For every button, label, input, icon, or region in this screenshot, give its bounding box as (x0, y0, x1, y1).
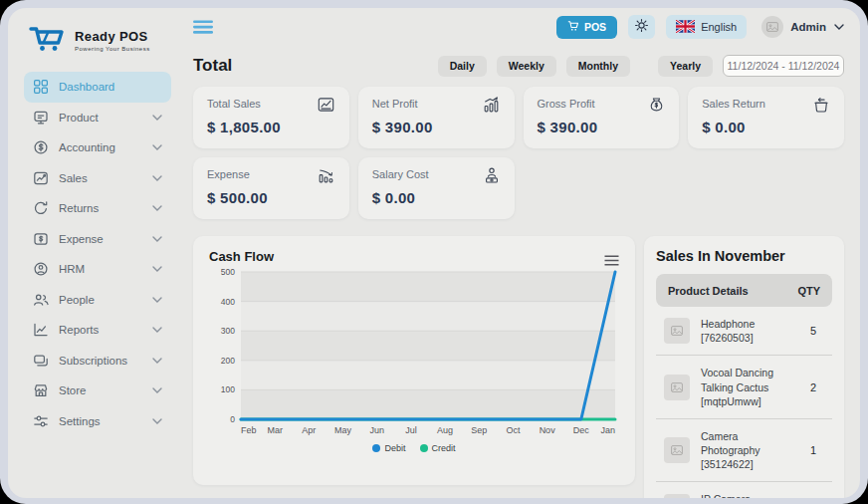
stat-value: $ 390.00 (372, 119, 501, 135)
sidebar-item-reports[interactable]: Reports (24, 315, 171, 346)
filter-yearly-button[interactable]: Yearly (658, 56, 713, 77)
sidebar-item-label: Accounting (59, 141, 115, 153)
svg-text:May: May (334, 425, 352, 435)
theme-toggle-button[interactable] (628, 15, 655, 39)
svg-text:Jul: Jul (405, 425, 417, 435)
sales-chart-icon (33, 170, 49, 186)
stat-value: $ 390.00 (538, 119, 666, 135)
product-name: Camera Photography [35124622] (701, 429, 799, 472)
sidebar-item-subscriptions[interactable]: Subscriptions (24, 346, 171, 377)
product-qty: 5 (810, 325, 826, 337)
sidebar-item-hrm[interactable]: HRM (24, 254, 171, 285)
stat-card-net-profit: Net Profit $ 390.00 (358, 87, 515, 148)
return-box-icon (812, 96, 830, 114)
bars-up-icon (482, 96, 501, 114)
stat-card-expense: Expense $ 500.00 (193, 157, 349, 219)
table-row[interactable]: Camera Photography [35124622] 1 (656, 419, 832, 483)
svg-text:0: 0 (230, 414, 235, 424)
period-filters: Daily Weekly Monthly Yearly (438, 55, 844, 77)
menu-toggle-icon[interactable] (193, 20, 213, 34)
sidebar-item-expense[interactable]: Expense (24, 224, 171, 255)
sidebar-item-people[interactable]: People (24, 285, 171, 316)
image-placeholder-icon (671, 441, 683, 459)
bars-down-icon (317, 166, 335, 184)
svg-text:Feb: Feb (241, 425, 257, 435)
stat-label: Net Profit (372, 98, 418, 110)
stat-card-sales-return: Sales Return $ 0.00 (688, 87, 844, 148)
sliders-icon (33, 413, 49, 429)
chevron-down-icon (152, 387, 162, 393)
table-row[interactable]: IP Camera [33252675] 1 (656, 482, 832, 498)
cash-flow-chart: 0100200300400500FebMarAprMayJunJulAugSep… (209, 266, 619, 437)
legend-credit[interactable]: Credit (420, 443, 456, 453)
brand: Ready POS Powering Your Business (8, 8, 185, 70)
language-label: English (701, 21, 737, 33)
stat-cards: Total Sales $ 1,805.00 Net Profit $ 390.… (193, 87, 844, 219)
stat-value: $ 0.00 (702, 119, 830, 135)
returns-icon (33, 200, 49, 216)
chevron-down-icon (152, 175, 162, 181)
storefront-icon (33, 382, 49, 398)
coin-icon (33, 139, 49, 155)
svg-text:500: 500 (221, 267, 235, 277)
sidebar-item-label: People (59, 294, 95, 306)
page-title: Total (193, 56, 232, 76)
table-row[interactable]: Headphone [76260503] 5 (656, 307, 832, 356)
sidebar-item-label: Product (59, 112, 99, 124)
chevron-down-icon (152, 205, 162, 211)
report-chart-icon (33, 322, 49, 338)
product-qty: 2 (810, 381, 826, 393)
filter-monthly-button[interactable]: Monthly (566, 56, 630, 77)
app-window: Ready POS Powering Your Business Dashboa… (8, 8, 860, 498)
pos-button[interactable]: POS (556, 16, 617, 39)
product-name: Vocoal Dancing Talking Cactus [mqtpUmww] (701, 366, 799, 408)
cart-icon (567, 20, 579, 34)
filter-weekly-button[interactable]: Weekly (497, 56, 556, 77)
language-selector[interactable]: English (666, 15, 747, 39)
image-placeholder-icon (766, 18, 778, 36)
sidebar-item-settings[interactable]: Settings (24, 406, 171, 437)
money-bag-icon (648, 96, 665, 114)
sales-panel-title: Sales In November (656, 248, 832, 264)
stat-card-salary-cost: Salary Cost $ 0.00 (358, 157, 515, 219)
svg-text:Jan: Jan (600, 425, 615, 435)
svg-text:Jun: Jun (369, 425, 384, 435)
sidebar-item-label: Dashboard (59, 81, 114, 93)
user-circle-icon (33, 261, 49, 277)
sidebar-item-label: Expense (59, 233, 104, 245)
page-header: Total Daily Weekly Monthly Yearly (193, 50, 844, 82)
user-name: Admin (790, 21, 826, 33)
sidebar-item-accounting[interactable]: Accounting (24, 132, 171, 163)
svg-text:100: 100 (221, 384, 235, 394)
sidebar-item-sales[interactable]: Sales (24, 163, 171, 194)
sidebar-item-product[interactable]: Product (24, 103, 171, 133)
chevron-down-icon (152, 115, 162, 121)
brand-tagline: Powering Your Business (75, 46, 150, 52)
sidebar-nav: Dashboard Product Accounting Sales (8, 70, 185, 436)
content-column: POS English Admin (185, 8, 860, 498)
chart-legend: DebitCredit (209, 443, 619, 453)
chevron-down-icon (152, 266, 162, 272)
chevron-down-icon (152, 297, 162, 303)
table-row[interactable]: Vocoal Dancing Talking Cactus [mqtpUmww]… (656, 356, 832, 419)
sun-icon (634, 18, 649, 36)
chevron-down-icon (152, 327, 162, 333)
stat-label: Gross Profit (538, 98, 595, 110)
stat-label: Sales Return (702, 98, 765, 110)
chart-menu-icon[interactable] (604, 255, 619, 266)
sales-in-november-card: Sales In November Product Details QTY He… (644, 236, 844, 498)
column-product-details: Product Details (668, 285, 749, 297)
filter-daily-button[interactable]: Daily (438, 56, 487, 77)
chart-box-icon (317, 96, 335, 114)
legend-debit[interactable]: Debit (372, 443, 405, 453)
table-header: Product Details QTY (656, 274, 832, 307)
legend-dot-icon (372, 444, 380, 452)
sidebar-item-dashboard[interactable]: Dashboard (24, 72, 171, 103)
user-menu[interactable]: Admin (761, 16, 844, 38)
sidebar-item-store[interactable]: Store (24, 376, 171, 406)
sidebar-item-returns[interactable]: Returns (24, 193, 171, 224)
date-range-input[interactable] (723, 55, 844, 77)
chevron-down-icon (152, 358, 162, 364)
sidebar-item-label: Subscriptions (59, 355, 127, 367)
dollar-box-icon (33, 231, 49, 247)
